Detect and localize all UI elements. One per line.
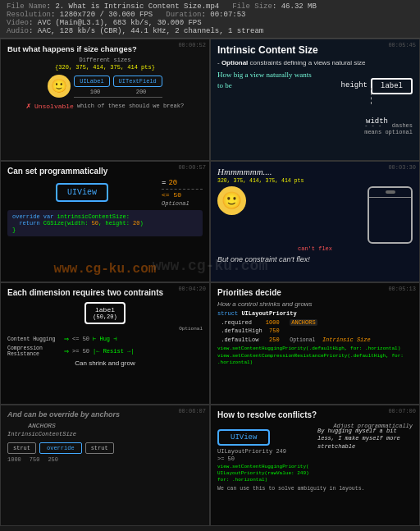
unsolvable-text: Unsolvable — [34, 103, 74, 110]
cell-programmatically: 00:00:57 Can set programmatically UIView… — [0, 161, 210, 283]
anchors-col-label: ANCHORS — [28, 422, 56, 429]
intrinsic-col-label: IntrinsicContentSize — [7, 431, 76, 437]
cell-resolve-conflicts: 00:07:00 How to resolve conflicts? Adjus… — [210, 405, 420, 527]
green-arrow-1: ⇒ — [64, 334, 69, 344]
phone-outline — [368, 186, 413, 244]
strut2-box: strut — [85, 442, 114, 454]
compression-resistance-label: Compression Resistance — [7, 346, 61, 357]
optional-line: - Optional constraints defining a views … — [217, 59, 413, 66]
timestamp-7: 00:06:07 — [178, 408, 206, 414]
cell2-title: Intrinsic Content Size — [217, 44, 413, 56]
video-label: Video — [7, 19, 29, 27]
cant-flex-text: can't flex — [217, 245, 413, 252]
code-block: override var intrinsicContentSize: retur… — [7, 210, 203, 236]
width-label: width — [366, 117, 388, 126]
intrinsic-size-tag: Intrinsic Size — [322, 336, 371, 343]
resolve-uiview-box: UIView — [217, 429, 270, 446]
le50: <= 50 — [72, 336, 89, 342]
hmm-text: Hmmmmmm.... — [217, 167, 413, 176]
by-hugging-text: By hugging myself a bit less, I make mys… — [317, 428, 413, 451]
sizes-label: Different sizes — [79, 57, 130, 63]
cell-override-anchors: 00:06:07 And can be override by anchors … — [0, 405, 210, 527]
cell-dimension-constraints: 00:04:20 Each dimension requires two con… — [0, 282, 210, 405]
cell7-title: And can be override by anchors — [7, 410, 203, 419]
numbers-row: 1000 750 250 — [7, 456, 203, 463]
video-value: AVC (Main@L3.1), 683 kb/s, 30.000 FPS — [38, 19, 202, 27]
optional-label: Optional — [290, 337, 315, 343]
strut1-box: strut — [7, 442, 36, 454]
duration-value: 00:07:53 — [210, 11, 245, 19]
label-demo-box: label — [371, 78, 413, 94]
cell8-title: How to resolve conflicts? — [217, 410, 413, 419]
x-icon: ✗ — [26, 101, 31, 111]
dashed-line — [371, 88, 372, 104]
file-info-bar: File Name: 2. What is Intrinsic Content … — [0, 0, 420, 39]
num3: 250 — [48, 456, 58, 463]
timestamp-3: 00:00:57 — [178, 164, 206, 171]
dim2: 200 — [120, 89, 162, 95]
cell-size-changes: 00:00:52 But what happens if size change… — [0, 39, 210, 161]
timestamp-4: 00:03:30 — [388, 164, 416, 171]
adjust-text: Adjust programmatically — [333, 423, 413, 429]
watermark: www.cg-ku.com — [54, 262, 157, 277]
num2: 750 — [30, 456, 40, 463]
ge50: >= 50 — [72, 348, 89, 355]
timestamp-8: 00:07:00 — [388, 408, 416, 414]
optional-tag: Optional — [162, 200, 189, 207]
timestamp-5: 00:04:20 — [178, 286, 206, 292]
hug-label: ⊢ Hug ⊣ — [93, 336, 116, 342]
cell-cant-flex: 00:03:30 Hmmmmmm.... 320, 375, 414, 375,… — [210, 161, 420, 283]
resolution-label: Resolution — [7, 11, 51, 19]
priority-line: UILayoutPriority 249 — [217, 448, 313, 455]
file-name-label: File Name — [7, 2, 47, 11]
cell-priorities: 00:05:13 Priorities decide How a control… — [210, 282, 420, 405]
resolve-code: view.setContentHuggingPriority( UILayout… — [217, 464, 313, 484]
uiview-box: UIView — [56, 183, 108, 202]
smiley-big: 🙂 — [217, 186, 246, 215]
file-name-value: 2. What is Intrinsic Content Size.mp4 — [55, 2, 219, 11]
value20: 20 — [168, 179, 177, 187]
cell-intrinsic-content-size: 00:05:45 Intrinsic Content Size - Option… — [210, 39, 420, 161]
label-size: (50,20) — [93, 314, 116, 320]
optional-small: Optional — [7, 326, 203, 332]
priorities-subtitle: How a control shrinks and grows — [217, 300, 413, 308]
audio-label: Audio — [7, 27, 29, 35]
label-center-box: label (50,20) — [84, 302, 125, 324]
ge50-line: >= 50 — [217, 455, 313, 462]
num1: 1000 — [7, 456, 21, 463]
cell3-title: Can set programmatically — [7, 167, 203, 176]
height-label: height — [341, 81, 368, 89]
uitextfield-box: UITextField — [113, 76, 162, 87]
we-can-text: We can use this to solve ambiguity in la… — [217, 486, 413, 492]
cell1-title: But what happens if size changes? — [7, 44, 203, 53]
audio-value: AAC, 128 kb/s (CBR), 44.1 kHz, 2 channel… — [38, 27, 263, 35]
uilabel-box: UILabel — [74, 76, 109, 87]
timestamp-2: 00:05:45 — [388, 42, 416, 48]
cell6-title: Priorities decide — [217, 288, 413, 297]
file-size-value: 46.32 MB — [281, 2, 317, 11]
resist-label: |← Resist →| — [93, 348, 134, 355]
smiley-face: 🙂 — [48, 75, 71, 98]
value50: <= 50 — [162, 191, 181, 199]
priority-code: view.setContentHuggingPriority(.defaultH… — [217, 346, 413, 366]
timestamp-6: 00:05:13 — [388, 286, 416, 292]
equals-sign: = — [162, 179, 166, 187]
sizes-values: {320, 375, 414, 375, 414 pts} — [55, 64, 155, 71]
label-box-text: label — [93, 306, 116, 314]
main-grid: 00:00:52 But what happens if size change… — [0, 39, 420, 526]
which-text: which of these should we break? — [77, 103, 184, 109]
cell4-subtitle: But one constraint can't flex! — [217, 255, 413, 263]
file-size-label: File Size — [232, 2, 272, 11]
resolution-value: 1280x720 / 30.000 FPS — [60, 11, 153, 19]
green-arrow-2: ⇒ — [64, 346, 69, 356]
timestamp-1: 00:00:52 — [178, 42, 206, 48]
anchors-tag: ANCHORS — [290, 319, 317, 326]
dim1: 100 — [74, 89, 116, 95]
pts-label: 320, 375, 414, 375, 414 pts — [217, 178, 413, 184]
struct-code: struct UILayoutPriority .required 1000 A… — [217, 309, 413, 344]
override-box: override — [39, 442, 82, 454]
handwritten-text: How big a view naturally wants to be — [217, 70, 316, 90]
content-hugging-label: Content Hugging — [7, 336, 61, 342]
duration-label: Duration — [166, 11, 201, 19]
cell5-title: Each dimension requires two contraints — [7, 288, 203, 297]
